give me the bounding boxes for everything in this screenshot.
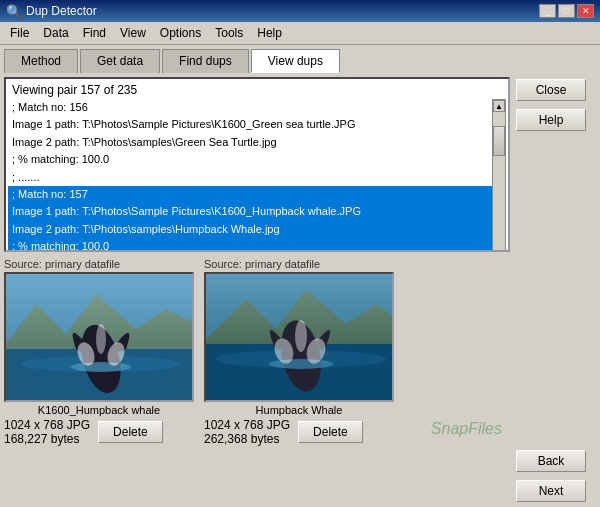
window-close-button[interactable]: ✕ bbox=[577, 4, 594, 18]
list-item-selected[interactable]: Image 1 path: T:\Photos\Sample Pictures\… bbox=[8, 203, 492, 220]
whale-image-2 bbox=[206, 274, 394, 402]
right-panel: Close Help Back Next bbox=[516, 77, 596, 502]
tabs-row: Method Get data Find dups View dups bbox=[0, 45, 600, 73]
menu-help[interactable]: Help bbox=[251, 24, 288, 42]
title-bar: 🔍 Dup Detector _ □ ✕ bbox=[0, 0, 600, 22]
listbox-inner: ; Match no: 156 Image 1 path: T:\Photos\… bbox=[8, 99, 506, 252]
list-item-selected[interactable]: ; Match no: 157 bbox=[8, 186, 492, 203]
image2-source-label: Source: primary datafile bbox=[204, 258, 394, 270]
tab-get-data[interactable]: Get data bbox=[80, 49, 160, 73]
list-item-selected[interactable]: ; % matching: 100.0 bbox=[8, 238, 492, 252]
menu-options[interactable]: Options bbox=[154, 24, 207, 42]
close-button[interactable]: Close bbox=[516, 79, 586, 101]
svg-point-14 bbox=[269, 359, 333, 369]
menu-tools[interactable]: Tools bbox=[209, 24, 249, 42]
image2-info: 1024 x 768 JPG 262,368 bytes bbox=[204, 418, 290, 446]
snapfiles-watermark: SnapFiles bbox=[431, 420, 502, 438]
tab-find-dups[interactable]: Find dups bbox=[162, 49, 249, 73]
menu-find[interactable]: Find bbox=[77, 24, 112, 42]
main-content: Viewing pair 157 of 235 ; Match no: 156 … bbox=[0, 73, 600, 506]
image2-bytes: 262,368 bytes bbox=[204, 432, 290, 446]
next-button[interactable]: Next bbox=[516, 480, 586, 502]
app-icon: 🔍 bbox=[6, 4, 22, 19]
app-title: Dup Detector bbox=[26, 4, 97, 18]
image1-source-label: Source: primary datafile bbox=[4, 258, 194, 270]
menu-bar: File Data Find View Options Tools Help bbox=[0, 22, 600, 45]
list-item[interactable]: Image 2 path: T:\Photos\samples\Green Se… bbox=[8, 134, 492, 151]
image-box-2: Source: primary datafile bbox=[204, 258, 394, 446]
list-item[interactable]: ; % matching: 100.0 bbox=[8, 151, 492, 168]
image2-bottom: 1024 x 768 JPG 262,368 bytes Delete bbox=[204, 418, 394, 446]
menu-view[interactable]: View bbox=[114, 24, 152, 42]
list-item[interactable]: ; ....... bbox=[8, 169, 492, 186]
menu-file[interactable]: File bbox=[4, 24, 35, 42]
listbox-scroll-area[interactable]: ; Match no: 156 Image 1 path: T:\Photos\… bbox=[8, 99, 492, 252]
listbox-header: Viewing pair 157 of 235 bbox=[8, 81, 506, 99]
image1-frame bbox=[4, 272, 194, 402]
whale-image-1 bbox=[6, 274, 194, 402]
list-item-selected[interactable]: Image 2 path: T:\Photos\samples\Humpback… bbox=[8, 221, 492, 238]
left-panel: Viewing pair 157 of 235 ; Match no: 156 … bbox=[4, 77, 510, 502]
image2-name: Humpback Whale bbox=[204, 404, 394, 416]
image1-bottom: 1024 x 768 JPG 168,227 bytes Delete bbox=[4, 418, 194, 446]
svg-point-17 bbox=[295, 320, 307, 352]
tab-view-dups[interactable]: View dups bbox=[251, 49, 340, 73]
list-item[interactable]: Image 1 path: T:\Photos\Sample Pictures\… bbox=[8, 116, 492, 133]
help-button[interactable]: Help bbox=[516, 109, 586, 131]
scrollbar-thumb[interactable] bbox=[493, 126, 505, 156]
images-row: Source: primary datafile bbox=[4, 258, 510, 446]
minimize-button[interactable]: _ bbox=[539, 4, 556, 18]
image-box-1: Source: primary datafile bbox=[4, 258, 194, 446]
back-button[interactable]: Back bbox=[516, 450, 586, 472]
svg-point-8 bbox=[96, 324, 106, 354]
image2-delete-button[interactable]: Delete bbox=[298, 421, 363, 443]
listbox-scrollbar[interactable]: ▲ ▼ bbox=[492, 99, 506, 252]
listbox-container: Viewing pair 157 of 235 ; Match no: 156 … bbox=[4, 77, 510, 252]
tab-method[interactable]: Method bbox=[4, 49, 78, 73]
list-item[interactable]: ; Match no: 156 bbox=[8, 99, 492, 116]
image1-bytes: 168,227 bytes bbox=[4, 432, 90, 446]
image1-specs: 1024 x 768 JPG bbox=[4, 418, 90, 432]
image1-delete-button[interactable]: Delete bbox=[98, 421, 163, 443]
maximize-button[interactable]: □ bbox=[558, 4, 575, 18]
image2-frame bbox=[204, 272, 394, 402]
image1-name: K1600_Humpback whale bbox=[4, 404, 194, 416]
menu-data[interactable]: Data bbox=[37, 24, 74, 42]
image2-specs: 1024 x 768 JPG bbox=[204, 418, 290, 432]
image1-info: 1024 x 768 JPG 168,227 bytes bbox=[4, 418, 90, 446]
svg-point-5 bbox=[71, 362, 131, 372]
